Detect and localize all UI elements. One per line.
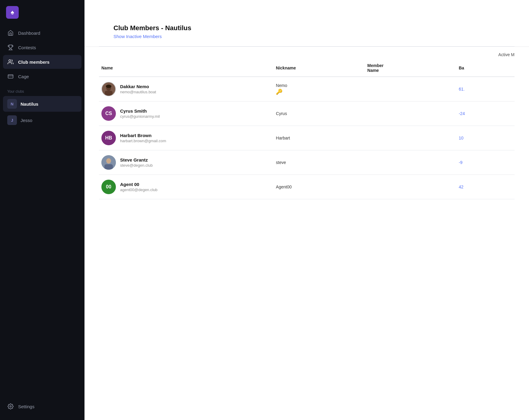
svg-rect-6	[105, 91, 113, 96]
member-name-col	[365, 175, 456, 199]
member-full-name: Dakkar Nemo	[120, 84, 156, 89]
member-cell: Steve Grantz steve@degen.club	[101, 155, 271, 170]
member-name-col	[365, 126, 456, 150]
page-title: Club Members - Nautilus	[113, 24, 500, 32]
member-name-cell: HB Harbart Brown harbart.brown@gmail.com	[99, 126, 273, 150]
nickname-cell: Harbart	[273, 126, 365, 150]
nickname-cell: Nemo 🔑	[273, 77, 365, 101]
member-name-cell: 00 Agent 00 agent00@degen.club	[99, 175, 273, 199]
nickname-cell: steve	[273, 150, 365, 175]
col-header-balance: Ba	[456, 59, 515, 77]
nickname-cell: Cyrus	[273, 101, 365, 126]
member-email: cyrus@gunionarmy.mil	[120, 114, 160, 119]
main-content: Club Members - Nautilus Show Inactive Me…	[84, 0, 529, 420]
nautilus-label: Nautilus	[21, 101, 38, 107]
col-header-nickname: Nickname	[273, 59, 365, 77]
member-name-col	[365, 77, 456, 101]
table-header: Name Nickname MemberName Ba	[99, 59, 515, 77]
balance-cell: -24	[456, 101, 515, 126]
balance-value: 42	[459, 184, 464, 189]
member-cell: CS Cyrus Smith cyrus@gunionarmy.mil	[101, 106, 271, 121]
your-clubs-label: Your clubs	[3, 84, 81, 96]
table-row[interactable]: Steve Grantz steve@degen.club steve -9	[99, 150, 515, 175]
member-cell: Dakkar Nemo nemo@nautilus.boat	[101, 82, 271, 96]
member-cell: HB Harbart Brown harbart.brown@gmail.com	[101, 131, 271, 145]
balance-value: -9	[459, 160, 462, 165]
jesso-label: Jesso	[21, 118, 32, 123]
sidebar-item-cage[interactable]: Cage	[3, 69, 81, 83]
member-info: Harbart Brown harbart.brown@gmail.com	[120, 133, 166, 143]
sidebar-item-cage-label: Cage	[18, 74, 29, 79]
table-row[interactable]: 00 Agent 00 agent00@degen.club Agent00 4…	[99, 175, 515, 199]
svg-point-7	[106, 85, 111, 88]
balance-value: -24	[459, 111, 465, 116]
balance-value: 61.	[459, 87, 464, 91]
member-avatar	[101, 82, 116, 96]
col-header-member-name: MemberName	[365, 59, 456, 77]
col-header-name: Name	[99, 59, 273, 77]
member-info: Dakkar Nemo nemo@nautilus.boat	[120, 84, 156, 94]
sidebar-item-jesso[interactable]: J Jesso	[3, 112, 81, 128]
balance-value: 10	[459, 136, 464, 140]
member-info: Agent 00 agent00@degen.club	[120, 182, 158, 192]
member-info: Cyrus Smith cyrus@gunionarmy.mil	[120, 108, 160, 119]
home-icon	[7, 30, 14, 36]
logo-icon: ♠	[6, 6, 19, 19]
member-avatar: CS	[101, 106, 116, 121]
show-inactive-members-link[interactable]: Show Inactive Members	[113, 34, 162, 39]
settings-label: Settings	[18, 404, 34, 409]
member-name-cell: CS Cyrus Smith cyrus@gunionarmy.mil	[99, 101, 273, 126]
sidebar-item-club-members-label: Club members	[18, 59, 49, 65]
member-info: Steve Grantz steve@degen.club	[120, 157, 153, 168]
nickname-value: steve	[276, 160, 362, 165]
svg-point-9	[106, 158, 111, 164]
member-avatar: 00	[101, 180, 116, 194]
active-members-label: Active M	[99, 47, 515, 59]
member-email: steve@degen.club	[120, 163, 153, 168]
member-full-name: Harbart Brown	[120, 133, 166, 138]
member-name-col	[365, 150, 456, 175]
sidebar-item-nautilus[interactable]: N Nautilus	[3, 96, 81, 112]
nickname-cell: Agent00	[273, 175, 365, 199]
sidebar-item-club-members[interactable]: Club members	[3, 55, 81, 69]
member-email: harbart.brown@gmail.com	[120, 139, 166, 143]
sidebar-item-settings[interactable]: Settings	[3, 399, 81, 413]
balance-cell: 61.	[456, 77, 515, 101]
svg-rect-10	[104, 164, 113, 170]
members-tbody: Dakkar Nemo nemo@nautilus.boat Nemo 🔑 61…	[99, 77, 515, 199]
sidebar-item-contests[interactable]: Contests	[3, 40, 81, 54]
member-name-cell: Steve Grantz steve@degen.club	[99, 150, 273, 175]
nickname-value: Cyrus	[276, 111, 362, 116]
users-icon	[7, 59, 14, 65]
key-icon: 🔑	[276, 88, 362, 95]
member-avatar	[101, 155, 116, 170]
member-cell: 00 Agent 00 agent00@degen.club	[101, 180, 271, 194]
svg-rect-1	[8, 75, 13, 78]
sidebar-item-dashboard-label: Dashboard	[18, 30, 40, 36]
main-header: Club Members - Nautilus Show Inactive Me…	[84, 0, 529, 47]
members-table-section: Active M Name Nickname MemberName Ba	[84, 47, 529, 199]
nickname-value: Harbart	[276, 136, 362, 140]
table-row[interactable]: Dakkar Nemo nemo@nautilus.boat Nemo 🔑 61…	[99, 77, 515, 101]
member-name-cell: Dakkar Nemo nemo@nautilus.boat	[99, 77, 273, 101]
member-full-name: Agent 00	[120, 182, 158, 187]
member-full-name: Steve Grantz	[120, 157, 153, 162]
sidebar: ♠ Dashboard Contests Club members Cage	[0, 0, 84, 420]
table-row[interactable]: HB Harbart Brown harbart.brown@gmail.com…	[99, 126, 515, 150]
balance-cell: 10	[456, 126, 515, 150]
sidebar-logo: ♠	[0, 0, 84, 26]
svg-point-0	[9, 60, 11, 62]
svg-point-3	[10, 406, 11, 407]
trophy-icon	[7, 44, 14, 51]
member-name-col	[365, 101, 456, 126]
sidebar-nav: Dashboard Contests Club members Cage You…	[0, 26, 84, 395]
sidebar-item-contests-label: Contests	[18, 45, 36, 50]
sidebar-item-dashboard[interactable]: Dashboard	[3, 26, 81, 40]
nickname-value: Agent00	[276, 184, 362, 189]
balance-cell: 42	[456, 175, 515, 199]
member-email: nemo@nautilus.boat	[120, 90, 156, 94]
sidebar-footer: Settings	[0, 395, 84, 420]
member-email: agent00@degen.club	[120, 188, 158, 192]
member-full-name: Cyrus Smith	[120, 108, 160, 114]
table-row[interactable]: CS Cyrus Smith cyrus@gunionarmy.mil Cyru…	[99, 101, 515, 126]
